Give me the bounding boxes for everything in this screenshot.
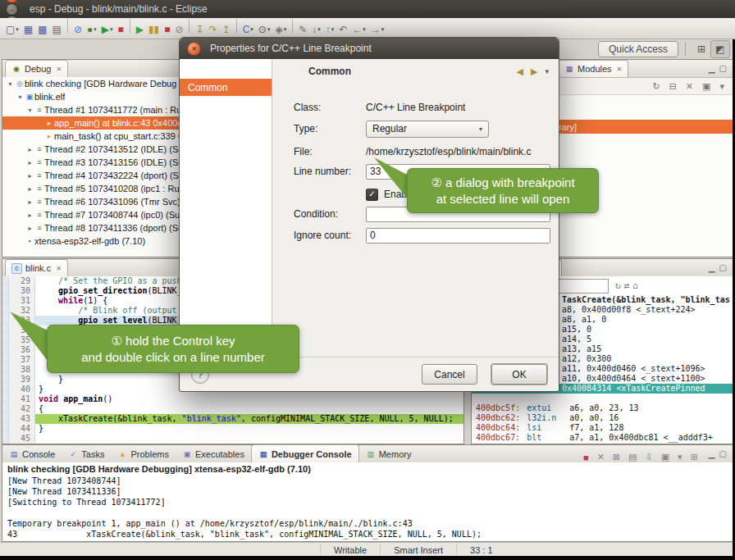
suspend-button[interactable]: ▮▮ bbox=[146, 21, 162, 38]
disasm-home-icon[interactable]: ⌂ bbox=[631, 280, 640, 291]
maximize-view-button[interactable]: ▢ bbox=[719, 449, 727, 458]
ok-button[interactable]: OK bbox=[491, 364, 547, 385]
terminate-console-icon[interactable]: ■ bbox=[582, 453, 591, 462]
line-number[interactable]: 33 bbox=[9, 316, 35, 326]
step-over-button[interactable]: ↷ bbox=[207, 21, 220, 38]
close-tab-icon[interactable]: ✕ bbox=[56, 66, 62, 73]
run-button[interactable]: ▶▾ bbox=[99, 21, 116, 38]
expander-icon[interactable]: ▸ bbox=[25, 185, 34, 193]
forward-icon[interactable]: ▶ bbox=[531, 66, 537, 77]
previous-annotation-button[interactable]: ↑▾ bbox=[323, 21, 337, 38]
minimize-view-button[interactable]: ▁ bbox=[709, 449, 715, 458]
debug-perspective-button[interactable]: ◩ bbox=[710, 40, 730, 58]
code-line[interactable]: 43 xTaskCreate(&blink_task, "blink_task"… bbox=[2, 414, 463, 424]
pin-console-icon[interactable]: ▣ bbox=[660, 452, 671, 462]
tab-tasks[interactable]: ✓Tasks bbox=[62, 445, 111, 462]
maximize-view-button[interactable]: ▢ bbox=[719, 263, 727, 272]
disconnect-button[interactable]: ⊘ bbox=[172, 21, 185, 38]
line-number[interactable]: 31 bbox=[9, 296, 35, 306]
expander-icon[interactable]: ▾ bbox=[16, 93, 25, 101]
line-number[interactable]: 39 bbox=[9, 375, 35, 385]
line-number[interactable]: 30 bbox=[9, 286, 35, 296]
line-number[interactable]: 45 bbox=[9, 434, 35, 444]
terminate-button[interactable]: ■ bbox=[162, 21, 172, 38]
window-close-button[interactable]: ✕ bbox=[6, 0, 18, 3]
code-line[interactable]: 42{ bbox=[2, 404, 463, 414]
external-tools-button[interactable]: ◈▾ bbox=[272, 21, 289, 38]
tab-console[interactable]: ▤Console bbox=[2, 445, 62, 462]
disassembly-line[interactable]: 400dbc64:lsif7, a1, 128 bbox=[472, 423, 733, 433]
disassembly-line[interactable] bbox=[472, 394, 733, 403]
refresh-icon[interactable]: ↻ bbox=[651, 81, 661, 92]
expander-icon[interactable]: ▸ bbox=[25, 225, 34, 232]
open-element-button[interactable]: ✎ bbox=[296, 21, 309, 38]
disasm-refresh-icon[interactable]: ↻ bbox=[614, 280, 623, 291]
expander-icon[interactable]: ▸ bbox=[25, 146, 34, 153]
expander-icon[interactable]: ▸ bbox=[25, 212, 34, 219]
step-return-button[interactable]: ↥ bbox=[220, 21, 233, 38]
stop-button[interactable]: ■ bbox=[115, 21, 126, 38]
tab-blink-c[interactable]: c blink.c ✕ bbox=[5, 259, 68, 276]
line-number[interactable]: 35 bbox=[9, 335, 35, 345]
save-button[interactable]: ▦ bbox=[21, 21, 35, 38]
print-button[interactable]: ▤ bbox=[50, 21, 64, 38]
line-number[interactable]: 29 bbox=[9, 276, 35, 286]
line-number[interactable]: 41 bbox=[9, 394, 35, 404]
tab-debug[interactable]: ◉ Debug ✕ bbox=[5, 60, 68, 77]
code-line[interactable]: 41void app_main() bbox=[2, 394, 463, 404]
line-number[interactable]: 34 bbox=[9, 326, 35, 335]
minimize-view-button[interactable]: ▁ bbox=[709, 263, 715, 272]
close-tab-icon[interactable]: ✕ bbox=[56, 265, 62, 272]
close-tab-icon[interactable]: ✕ bbox=[617, 66, 623, 73]
remove-icon[interactable]: ✕ bbox=[684, 81, 695, 92]
cancel-button[interactable]: Cancel bbox=[422, 364, 477, 385]
disassembly-line[interactable]: 400dbc67:blta7, a1, 0x400dbc81 <__adddf3… bbox=[472, 433, 733, 443]
new-wizard-button[interactable]: ▢▾ bbox=[3, 21, 21, 38]
view-menu-icon[interactable]: ▾ bbox=[545, 67, 549, 75]
quick-access-button[interactable]: Quick Access bbox=[598, 41, 678, 57]
line-number[interactable]: 44 bbox=[9, 424, 35, 434]
line-number[interactable]: 40 bbox=[9, 385, 35, 394]
code-line[interactable]: 44} bbox=[2, 424, 463, 434]
last-edit-location-button[interactable]: ↶ bbox=[336, 21, 349, 38]
clear-console-icon[interactable]: ▤ bbox=[627, 452, 638, 462]
ignore-count-input[interactable] bbox=[366, 228, 550, 244]
tab-modules[interactable]: ▦ Modules ✕ bbox=[558, 60, 628, 77]
expander-icon[interactable]: ▾ bbox=[25, 107, 34, 114]
tab-problems[interactable]: ▲Problems bbox=[111, 445, 175, 462]
resume-button[interactable]: ▶ bbox=[134, 21, 146, 38]
save-all-button[interactable]: ▩ bbox=[35, 21, 49, 38]
tab-executables[interactable]: ▣Executables bbox=[176, 445, 251, 462]
remove-all-launches-icon[interactable]: ⊠ bbox=[611, 452, 622, 462]
line-number[interactable]: 42 bbox=[9, 404, 35, 414]
disassembly-line[interactable]: bnone bbox=[472, 443, 733, 444]
enabled-checkbox[interactable]: ✓ bbox=[366, 189, 378, 201]
line-number[interactable]: 37 bbox=[9, 355, 35, 365]
line-number[interactable]: 38 bbox=[9, 365, 35, 375]
minimize-view-button[interactable]: ▁ bbox=[709, 64, 715, 73]
nav-item-common[interactable]: Common bbox=[180, 79, 272, 96]
view-menu-icon[interactable]: ▾ bbox=[718, 81, 726, 92]
tab-debugger-console[interactable]: ▤Debugger Console bbox=[251, 444, 359, 462]
disassembly-line[interactable]: 400dbc62:l32i.na0, a0, 16 bbox=[472, 413, 733, 423]
display-selected-console-icon[interactable]: ▾ bbox=[676, 452, 684, 462]
scroll-lock-icon[interactable]: ⇩ bbox=[643, 452, 654, 462]
line-number[interactable]: 36 bbox=[9, 345, 35, 355]
expander-icon[interactable]: ▸ bbox=[25, 159, 34, 166]
line-number[interactable]: 32 bbox=[9, 306, 35, 316]
collapse-all-icon[interactable]: ⊟ bbox=[668, 81, 678, 92]
expander-icon[interactable]: ▾ bbox=[6, 80, 15, 88]
type-dropdown[interactable]: Regular ▾ bbox=[366, 121, 489, 138]
remove-launch-icon[interactable]: ✕ bbox=[596, 452, 606, 462]
skip-all-breakpoints-button[interactable]: ⊘ bbox=[71, 21, 84, 38]
tab-memory[interactable]: ▥Memory bbox=[359, 445, 418, 462]
disasm-sync-icon[interactable]: ⇄ bbox=[623, 280, 632, 291]
maximize-view-button[interactable]: ▢ bbox=[719, 64, 727, 73]
forward-button[interactable]: →▾ bbox=[368, 21, 387, 38]
new-c-element-button[interactable]: C▾ bbox=[240, 21, 256, 38]
expander-icon[interactable]: ▸ bbox=[25, 172, 34, 180]
module-item-selected[interactable]: rary] bbox=[555, 120, 733, 134]
back-button[interactable]: ←▾ bbox=[349, 21, 368, 38]
open-console-icon[interactable]: ⊞ bbox=[689, 452, 700, 462]
debug-button[interactable]: ●▾ bbox=[84, 21, 99, 38]
